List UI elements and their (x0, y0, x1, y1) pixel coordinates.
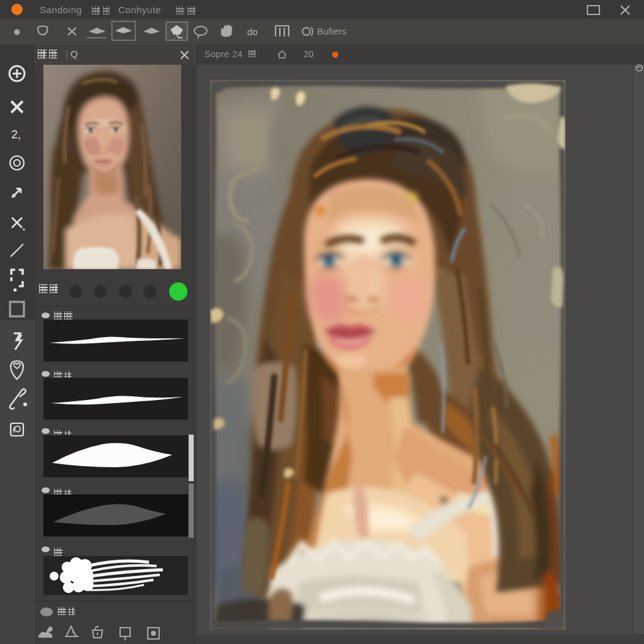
svg-text:2,: 2, (11, 128, 21, 141)
svg-text:do: do (247, 26, 258, 37)
svg-text:Bufiers: Bufiers (317, 26, 347, 36)
